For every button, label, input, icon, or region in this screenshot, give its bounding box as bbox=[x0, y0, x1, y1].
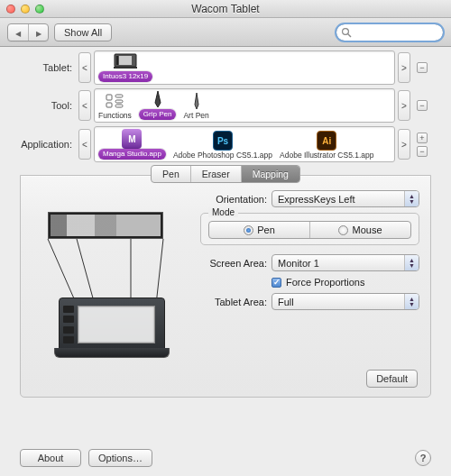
photoshop-icon: Ps bbox=[213, 131, 233, 151]
help-icon: ? bbox=[420, 453, 427, 463]
search-icon bbox=[341, 27, 352, 38]
nav-back-forward bbox=[7, 23, 49, 41]
help-button[interactable]: ? bbox=[415, 450, 431, 466]
mapping-settings: Orientation: ExpressKeys Left ▲▼ Mode Pe… bbox=[197, 187, 419, 352]
mode-segmented: Pen Mouse bbox=[208, 221, 411, 239]
tool-plusminus: − bbox=[413, 100, 440, 111]
tablet-next-button[interactable]: > bbox=[398, 52, 410, 83]
screen-area-label: Screen Area: bbox=[197, 258, 267, 269]
selector-rows: Tablet: < Intuos3 12x19 > − Tool: bbox=[0, 47, 451, 162]
mapping-visualization bbox=[32, 194, 189, 365]
tablet-area-row: Tablet Area: Full ▲▼ bbox=[197, 293, 419, 310]
tablet-device-icon bbox=[114, 52, 137, 70]
show-all-button[interactable]: Show All bbox=[54, 23, 112, 41]
application-row: Application: < M Manga Studio.app Ps Ado… bbox=[11, 126, 440, 162]
options-button[interactable]: Options… bbox=[88, 449, 152, 467]
orientation-row: Orientation: ExpressKeys Left ▲▼ bbox=[197, 190, 419, 207]
popup-arrows-icon: ▲▼ bbox=[404, 294, 419, 309]
tool-item-label: Art Pen bbox=[183, 111, 208, 120]
chevron-left-icon bbox=[15, 25, 21, 39]
screen-area-popup[interactable]: Monitor 1 ▲▼ bbox=[272, 254, 419, 271]
screen-area-value: Monitor 1 bbox=[278, 258, 319, 269]
orientation-value: ExpressKeys Left bbox=[278, 194, 355, 205]
app-item-label: Adobe Photoshop CS5.1.app bbox=[173, 151, 272, 160]
window-titlebar: Wacom Tablet bbox=[0, 0, 451, 18]
tab-pen[interactable]: Pen bbox=[152, 166, 190, 182]
forward-button[interactable] bbox=[28, 24, 48, 41]
functions-icon bbox=[103, 92, 126, 110]
svg-line-1 bbox=[348, 33, 351, 36]
back-button[interactable] bbox=[8, 24, 28, 41]
tool-item-grippen[interactable]: Grip Pen bbox=[139, 90, 177, 120]
svg-rect-9 bbox=[115, 100, 123, 103]
app-next-button[interactable]: > bbox=[398, 129, 410, 160]
orientation-label: Orientation: bbox=[197, 194, 267, 205]
app-add-button[interactable]: + bbox=[417, 133, 428, 143]
popup-arrows-icon: ▲▼ bbox=[404, 191, 419, 206]
svg-rect-3 bbox=[119, 56, 132, 65]
tablet-item[interactable]: Intuos3 12x19 bbox=[98, 52, 152, 82]
svg-rect-10 bbox=[115, 105, 123, 107]
force-proportions-checkbox[interactable]: Force Proportions bbox=[272, 277, 364, 288]
footer: About Options… ? bbox=[0, 449, 451, 467]
search-field-wrapper bbox=[336, 23, 444, 41]
tool-row: Tool: < Functions bbox=[11, 88, 440, 123]
svg-rect-5 bbox=[114, 67, 137, 69]
tablet-prev-button[interactable]: < bbox=[78, 52, 91, 83]
svg-line-12 bbox=[156, 239, 163, 305]
tool-next-button[interactable]: > bbox=[398, 90, 410, 121]
mode-group: Mode Pen Mouse bbox=[200, 213, 419, 245]
tab-mapping[interactable]: Mapping bbox=[241, 166, 299, 182]
app-plusminus: + − bbox=[413, 133, 440, 157]
svg-point-0 bbox=[343, 28, 349, 34]
mapping-panel: Orientation: ExpressKeys Left ▲▼ Mode Pe… bbox=[20, 175, 431, 398]
tool-item-label: Functions bbox=[98, 111, 132, 120]
popup-arrows-icon: ▲▼ bbox=[404, 255, 419, 270]
mode-pen-label: Pen bbox=[257, 224, 275, 235]
application-well[interactable]: M Manga Studio.app Ps Adobe Photoshop CS… bbox=[94, 126, 395, 162]
grip-pen-icon bbox=[146, 90, 170, 108]
tablet-area-label: Tablet Area: bbox=[197, 297, 267, 307]
application-label: Application: bbox=[11, 139, 76, 150]
force-proportions-row: Force Proportions bbox=[197, 277, 419, 288]
default-button[interactable]: Default bbox=[366, 370, 418, 388]
app-item-photoshop[interactable]: Ps Adobe Photoshop CS5.1.app bbox=[173, 131, 272, 160]
tool-item-artpen[interactable]: Art Pen bbox=[183, 92, 208, 120]
close-window-icon[interactable] bbox=[6, 5, 15, 14]
tool-item-functions[interactable]: Functions bbox=[98, 92, 132, 120]
search-input[interactable] bbox=[336, 23, 444, 41]
app-prev-button[interactable]: < bbox=[78, 129, 91, 160]
svg-rect-7 bbox=[115, 95, 123, 97]
tool-remove-button[interactable]: − bbox=[417, 100, 428, 111]
svg-rect-8 bbox=[106, 103, 112, 107]
tool-well[interactable]: Functions Grip Pen Art Pen bbox=[94, 88, 395, 123]
tablet-illustration-icon bbox=[59, 298, 165, 352]
zoom-window-icon[interactable] bbox=[35, 5, 44, 14]
about-button[interactable]: About bbox=[20, 449, 81, 467]
svg-rect-4 bbox=[116, 56, 118, 65]
mode-mouse-option[interactable]: Mouse bbox=[309, 222, 410, 238]
tablet-area-popup[interactable]: Full ▲▼ bbox=[272, 293, 419, 310]
minimize-window-icon[interactable] bbox=[21, 5, 30, 14]
orientation-popup[interactable]: ExpressKeys Left ▲▼ bbox=[272, 190, 419, 207]
radio-mouse-icon bbox=[338, 225, 348, 235]
screen-area-row: Screen Area: Monitor 1 ▲▼ bbox=[197, 254, 419, 271]
app-item-illustrator[interactable]: Ai Adobe Illustrator CS5.1.app bbox=[280, 131, 373, 160]
tablet-remove-button[interactable]: − bbox=[417, 62, 428, 73]
force-proportions-label: Force Proportions bbox=[286, 277, 364, 288]
tablet-row: Tablet: < Intuos3 12x19 > − bbox=[11, 50, 440, 85]
prefs-toolbar: Show All bbox=[0, 18, 451, 47]
app-item-manga-studio[interactable]: M Manga Studio.app bbox=[98, 129, 166, 160]
mode-pen-option[interactable]: Pen bbox=[209, 222, 309, 238]
app-item-label: Adobe Illustrator CS5.1.app bbox=[280, 151, 373, 160]
radio-pen-icon bbox=[244, 225, 253, 235]
tool-prev-button[interactable]: < bbox=[78, 90, 91, 121]
app-remove-button[interactable]: − bbox=[417, 146, 428, 157]
svg-line-13 bbox=[77, 239, 95, 305]
traffic-lights bbox=[6, 5, 44, 14]
app-item-label: Manga Studio.app bbox=[98, 149, 166, 160]
tablet-well[interactable]: Intuos3 12x19 bbox=[94, 50, 395, 85]
tablet-item-label: Intuos3 12x19 bbox=[98, 71, 152, 82]
tab-eraser[interactable]: Eraser bbox=[190, 166, 241, 182]
tool-item-label: Grip Pen bbox=[139, 109, 177, 120]
